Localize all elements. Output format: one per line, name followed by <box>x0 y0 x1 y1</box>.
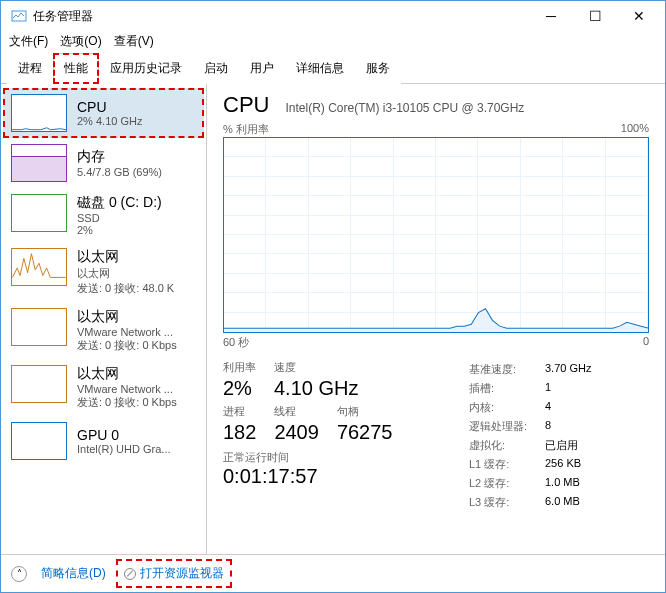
thread-value: 2409 <box>274 421 319 444</box>
spec-val: 3.70 GHz <box>545 362 591 377</box>
proc-label: 进程 <box>223 404 256 419</box>
sidebar-label: 磁盘 0 (C: D:) <box>77 194 162 212</box>
fewer-details-link[interactable]: 简略信息(D) <box>41 565 106 582</box>
window-title: 任务管理器 <box>33 8 529 25</box>
sidebar-item-ethernet-0[interactable]: 以太网 以太网 发送: 0 接收: 48.0 K <box>3 242 204 302</box>
spec-key: 插槽: <box>469 381 545 396</box>
tab-services[interactable]: 服务 <box>355 53 401 84</box>
menu-view[interactable]: 查看(V) <box>114 33 154 50</box>
sidebar-sub: VMware Network ... <box>77 383 177 395</box>
open-resmon-link[interactable]: 打开资源监视器 <box>120 563 228 584</box>
memory-thumb-icon <box>11 144 67 182</box>
sidebar-label: 以太网 <box>77 248 174 266</box>
sidebar-sub2: 发送: 0 接收: 48.0 K <box>77 281 174 296</box>
uptime-value: 0:01:17:57 <box>223 465 449 488</box>
tab-app-history[interactable]: 应用历史记录 <box>99 53 193 84</box>
sidebar-item-memory[interactable]: 内存 5.4/7.8 GB (69%) <box>3 138 204 188</box>
gpu-thumb-icon <box>11 422 67 460</box>
sidebar-label: 以太网 <box>77 308 177 326</box>
spec-val: 已启用 <box>545 438 578 453</box>
spec-row: 内核:4 <box>469 398 649 417</box>
stats-area: 利用率2% 速度4.10 GHz 进程182 线程2409 句柄76275 正常… <box>223 360 649 512</box>
maximize-button[interactable]: ☐ <box>573 1 617 31</box>
sidebar-sub2: 发送: 0 接收: 0 Kbps <box>77 395 177 410</box>
sidebar-item-ethernet-1[interactable]: 以太网 VMware Network ... 发送: 0 接收: 0 Kbps <box>3 302 204 359</box>
ethernet-thumb-icon <box>11 248 67 286</box>
tab-users[interactable]: 用户 <box>239 53 285 84</box>
spec-val: 4 <box>545 400 551 415</box>
tab-processes[interactable]: 进程 <box>7 53 53 84</box>
cpu-chart <box>223 137 649 333</box>
spec-key: L3 缓存: <box>469 495 545 510</box>
menu-options[interactable]: 选项(O) <box>60 33 101 50</box>
sidebar-label: CPU <box>77 99 142 115</box>
main-header: CPU Intel(R) Core(TM) i3-10105 CPU @ 3.7… <box>223 92 649 118</box>
app-icon <box>11 8 27 24</box>
perf-sidebar: CPU 2% 4.10 GHz 内存 5.4/7.8 GB (69%) 磁盘 0… <box>1 84 207 554</box>
spec-key: 逻辑处理器: <box>469 419 545 434</box>
sidebar-item-disk[interactable]: 磁盘 0 (C: D:) SSD 2% <box>3 188 204 242</box>
sidebar-item-cpu[interactable]: CPU 2% 4.10 GHz <box>3 88 204 138</box>
spec-val: 1.0 MB <box>545 476 580 491</box>
sidebar-sub: 2% 4.10 GHz <box>77 115 142 127</box>
chart-ylabel: % 利用率 <box>223 122 269 137</box>
handle-label: 句柄 <box>337 404 393 419</box>
sidebar-item-ethernet-2[interactable]: 以太网 VMware Network ... 发送: 0 接收: 0 Kbps <box>3 359 204 416</box>
sidebar-sub: Intel(R) UHD Gra... <box>77 443 171 455</box>
sidebar-sub: 5.4/7.8 GB (69%) <box>77 166 162 178</box>
sidebar-sub: SSD <box>77 212 162 224</box>
tab-bar: 进程 性能 应用历史记录 启动 用户 详细信息 服务 <box>1 52 665 84</box>
menubar: 文件(F) 选项(O) 查看(V) <box>1 31 665 52</box>
main-title: CPU <box>223 92 269 118</box>
sidebar-sub2: 发送: 0 接收: 0 Kbps <box>77 338 177 353</box>
chart-ymax: 100% <box>621 122 649 137</box>
window-controls: ─ ☐ ✕ <box>529 1 661 31</box>
speed-label: 速度 <box>274 360 358 375</box>
spec-key: 基准速度: <box>469 362 545 377</box>
spec-val: 6.0 MB <box>545 495 580 510</box>
ethernet-thumb-icon <box>11 365 67 403</box>
disk-thumb-icon <box>11 194 67 232</box>
tab-performance[interactable]: 性能 <box>53 53 99 84</box>
chart-xmax: 60 秒 <box>223 335 249 350</box>
proc-value: 182 <box>223 421 256 444</box>
minimize-button[interactable]: ─ <box>529 1 573 31</box>
cpu-model: Intel(R) Core(TM) i3-10105 CPU @ 3.70GHz <box>285 101 524 115</box>
menu-file[interactable]: 文件(F) <box>9 33 48 50</box>
speed-value: 4.10 GHz <box>274 377 358 400</box>
sidebar-sub2: 2% <box>77 224 162 236</box>
chevron-up-icon[interactable]: ˄ <box>11 566 27 582</box>
util-value: 2% <box>223 377 256 400</box>
sidebar-item-gpu[interactable]: GPU 0 Intel(R) UHD Gra... <box>3 416 204 466</box>
tab-details[interactable]: 详细信息 <box>285 53 355 84</box>
spec-row: 基准速度:3.70 GHz <box>469 360 649 379</box>
tab-startup[interactable]: 启动 <box>193 53 239 84</box>
spec-key: L2 缓存: <box>469 476 545 491</box>
spec-row: L1 缓存:256 KB <box>469 455 649 474</box>
cpu-specs: 基准速度:3.70 GHz插槽:1内核:4逻辑处理器:8虚拟化:已启用L1 缓存… <box>469 360 649 512</box>
content-area: CPU 2% 4.10 GHz 内存 5.4/7.8 GB (69%) 磁盘 0… <box>1 84 665 554</box>
sidebar-sub: VMware Network ... <box>77 326 177 338</box>
spec-val: 1 <box>545 381 551 396</box>
main-panel: CPU Intel(R) Core(TM) i3-10105 CPU @ 3.7… <box>207 84 665 554</box>
sidebar-label: GPU 0 <box>77 427 171 443</box>
spec-val: 256 KB <box>545 457 581 472</box>
sidebar-sub: 以太网 <box>77 266 174 281</box>
spec-key: 内核: <box>469 400 545 415</box>
resmon-icon <box>124 568 136 580</box>
spec-row: 虚拟化:已启用 <box>469 436 649 455</box>
spec-row: 逻辑处理器:8 <box>469 417 649 436</box>
spec-row: L3 缓存:6.0 MB <box>469 493 649 512</box>
sidebar-label: 内存 <box>77 148 162 166</box>
sidebar-label: 以太网 <box>77 365 177 383</box>
titlebar: 任务管理器 ─ ☐ ✕ <box>1 1 665 31</box>
spec-row: L2 缓存:1.0 MB <box>469 474 649 493</box>
spec-val: 8 <box>545 419 551 434</box>
footer: ˄ 简略信息(D) 打开资源监视器 <box>1 554 665 592</box>
chart-xmin: 0 <box>643 335 649 350</box>
close-button[interactable]: ✕ <box>617 1 661 31</box>
util-label: 利用率 <box>223 360 256 375</box>
uptime-label: 正常运行时间 <box>223 450 449 465</box>
handle-value: 76275 <box>337 421 393 444</box>
ethernet-thumb-icon <box>11 308 67 346</box>
